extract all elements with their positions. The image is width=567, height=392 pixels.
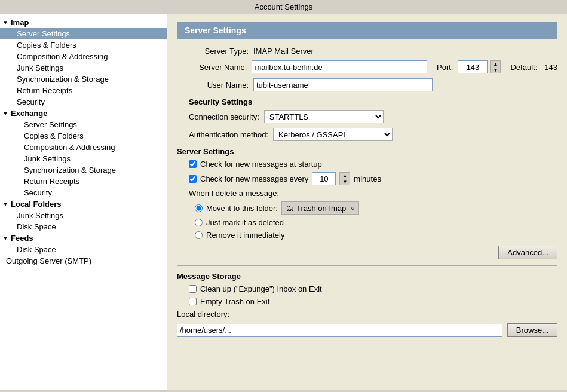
sidebar-item-copies-folders[interactable]: Copies & Folders [0,39,167,51]
sidebar-item-exchange[interactable]: ▼ Exchange [0,108,167,119]
sidebar-item-label: Junk Settings [17,211,63,220]
clean-up-row: Clean up ("Expunge") Inbox on Exit [177,284,557,293]
window-title: Account Settings [255,2,313,11]
sidebar-item-label: Server Settings [24,120,77,129]
port-label: Port: [437,63,453,72]
port-input[interactable] [458,60,488,74]
minutes-input[interactable] [312,172,336,185]
local-dir-input[interactable] [177,324,502,337]
security-settings-title: Security Settings [189,97,557,106]
sidebar-item-sync-storage[interactable]: Synchronization & Storage [0,74,167,85]
connection-security-label: Connection security: [189,112,259,121]
sidebar-item-label: Synchronization & Storage [24,166,116,174]
user-name-label: User Name: [177,81,249,90]
sidebar-item-label: Imap [11,18,29,27]
trash-folder-select[interactable]: 🗂 Trash on Imap ▿ [281,201,359,215]
exchange-expand-icon: ▼ [2,110,8,117]
just-mark-row: Just mark it as deleted [177,218,557,227]
sidebar-item-exchange-receipts[interactable]: Return Receipts [0,176,167,187]
check-every-checkbox[interactable] [189,175,197,183]
sidebar-item-return-receipts[interactable]: Return Receipts [0,85,167,96]
folder-dropdown-icon: ▿ [351,204,355,213]
sidebar-item-label: Copies & Folders [17,41,76,50]
empty-trash-checkbox[interactable] [189,298,197,305]
remove-immediately-label: Remove it immediately [206,231,285,240]
advanced-row: Advanced... [177,246,557,259]
sidebar-item-composition-addressing[interactable]: Composition & Addressing [0,51,167,62]
sidebar-item-exchange-sync[interactable]: Synchronization & Storage [0,164,167,176]
sidebar-item-exchange-server[interactable]: Server Settings [0,119,167,130]
sidebar-item-label: Local Folders [11,200,62,209]
connection-security-row: Connection security: STARTTLS None SSL/T… [177,110,557,123]
sidebar-item-outgoing-smtp[interactable]: Outgoing Server (SMTP) [0,255,167,267]
sidebar-item-exchange-copies[interactable]: Copies & Folders [0,130,167,142]
sidebar-item-label: Junk Settings [17,63,63,72]
auth-method-label: Authentication method: [189,130,268,139]
sidebar-item-label: Return Receipts [17,86,72,95]
check-startup-label: Check for new messages at startup [200,160,322,169]
move-folder-label: Move it to this folder: [206,204,278,213]
check-every-label: Check for new messages every [200,174,308,183]
sidebar-item-junk-settings[interactable]: Junk Settings [0,62,167,74]
server-name-row: Server Name: Port: ▲ ▼ Default: 143 [177,60,557,74]
content-area: Server Settings Server Type: IMAP Mail S… [167,14,567,390]
sidebar-item-label: Feeds [11,234,33,243]
server-type-row: Server Type: IMAP Mail Server [177,47,557,56]
just-mark-label: Just mark it as deleted [206,218,284,227]
sidebar-item-server-settings[interactable]: Server Settings [0,28,167,39]
sidebar-item-local-disk[interactable]: Disk Space [0,221,167,232]
sidebar-item-local-junk[interactable]: Junk Settings [0,210,167,221]
auth-method-select[interactable]: Kerberos / GSSAPI No Authentication Norm… [273,128,393,141]
divider [177,265,557,266]
server-name-label: Server Name: [177,63,247,72]
sidebar-item-label: Junk Settings [24,154,71,163]
server-name-input[interactable] [252,60,427,74]
default-label: Default: [510,63,537,72]
remove-immediately-radio[interactable] [195,231,203,239]
browse-button[interactable]: Browse... [507,323,557,337]
sidebar-item-feeds-disk[interactable]: Disk Space [0,244,167,255]
check-every-row: Check for new messages every ▲ ▼ minutes [177,172,557,185]
port-container: ▲ ▼ [458,60,501,74]
local-expand-icon: ▼ [2,201,8,207]
section-title: Server Settings [177,22,557,39]
just-mark-radio[interactable] [195,219,203,226]
user-name-row: User Name: [177,78,557,91]
sidebar-item-label: Composition & Addressing [17,52,108,61]
minutes-down-button[interactable]: ▼ [340,179,350,185]
sidebar-item-label: Synchronization & Storage [17,75,109,84]
title-bar: Account Settings [0,0,567,14]
sidebar-item-label: Server Settings [17,29,70,38]
port-down-button[interactable]: ▼ [491,67,500,73]
sidebar-item-label: Security [24,188,52,197]
trash-folder-label: Trash on Imap [296,204,346,213]
port-spinner: ▲ ▼ [490,60,501,74]
check-startup-row: Check for new messages at startup [177,160,557,169]
local-dir-row: Browse... [177,323,557,337]
sidebar-item-exchange-junk[interactable]: Junk Settings [0,153,167,164]
check-startup-checkbox[interactable] [189,160,197,168]
sidebar-item-security[interactable]: Security [0,96,167,108]
sidebar-item-exchange-composition[interactable]: Composition & Addressing [0,142,167,153]
local-dir-label: Local directory: [177,310,229,318]
delete-label: When I delete a message: [177,189,557,198]
sidebar-item-feeds[interactable]: ▼ Feeds [0,232,167,244]
sidebar-item-imap[interactable]: ▼ Imap [0,17,167,28]
imap-expand-icon: ▼ [2,19,8,26]
clean-up-checkbox[interactable] [189,285,197,293]
port-up-button[interactable]: ▲ [491,61,500,67]
feeds-expand-icon: ▼ [2,235,8,241]
minutes-spinner: ▲ ▼ [339,172,350,185]
sidebar-item-exchange-security[interactable]: Security [0,187,167,198]
user-name-input[interactable] [253,78,433,91]
connection-security-select[interactable]: STARTTLS None SSL/TLS [264,110,384,123]
advanced-button[interactable]: Advanced... [498,246,557,259]
empty-trash-row: Empty Trash on Exit [177,297,557,306]
move-folder-radio[interactable] [195,204,203,212]
local-dir-label-row: Local directory: [177,310,557,318]
sidebar-item-local-folders[interactable]: ▼ Local Folders [0,198,167,210]
sidebar-item-label: Security [17,97,45,106]
sidebar-item-label: Outgoing Server (SMTP) [6,256,91,265]
message-storage-title: Message Storage [177,272,557,281]
minutes-up-button[interactable]: ▲ [340,173,350,179]
